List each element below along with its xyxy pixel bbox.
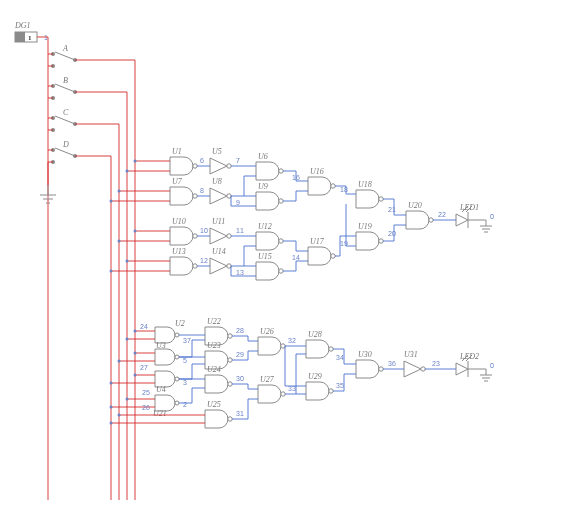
svg-point-21 <box>193 164 197 168</box>
gate-U13: U13 <box>170 247 197 275</box>
svg-text:26: 26 <box>142 404 150 411</box>
svg-text:14: 14 <box>292 254 300 261</box>
led1: LED1 <box>456 203 479 228</box>
svg-point-112 <box>329 347 333 351</box>
gate-U16: U16 <box>308 167 335 195</box>
gate-U27: U27 <box>258 375 285 403</box>
gate-U19: U19 <box>356 222 383 250</box>
svg-text:U26: U26 <box>260 327 274 336</box>
svg-point-56 <box>331 254 335 258</box>
svg-point-65 <box>429 218 433 222</box>
svg-text:27: 27 <box>140 364 148 371</box>
svg-point-80 <box>175 333 179 337</box>
gate-U11: U11 <box>210 217 231 244</box>
svg-point-44 <box>227 264 231 268</box>
svg-point-90 <box>175 401 179 405</box>
bus-A <box>75 60 135 500</box>
gate-U20: U20 <box>406 201 433 229</box>
svg-point-42 <box>193 264 197 268</box>
svg-text:0: 0 <box>490 362 494 369</box>
svg-text:10: 10 <box>200 227 208 234</box>
junction-dots <box>110 160 137 425</box>
svg-point-28 <box>227 194 231 198</box>
svg-point-151 <box>110 406 113 409</box>
gate-U17: U17 <box>308 237 335 265</box>
svg-text:U3: U3 <box>156 341 166 350</box>
svg-text:22: 22 <box>438 211 446 218</box>
svg-point-137 <box>126 170 129 173</box>
svg-point-104 <box>281 344 285 348</box>
svg-point-95 <box>228 334 232 338</box>
svg-text:13: 13 <box>236 269 244 276</box>
gate-U24: U24 <box>205 365 232 393</box>
svg-point-83 <box>175 355 179 359</box>
input-label-C: C <box>63 108 69 117</box>
svg-text:U27: U27 <box>260 375 275 384</box>
svg-text:U24: U24 <box>207 365 221 374</box>
svg-point-139 <box>110 200 113 203</box>
svg-rect-1 <box>15 32 25 42</box>
svg-point-59 <box>379 197 383 201</box>
svg-text:U25: U25 <box>207 400 221 409</box>
svg-text:U7: U7 <box>172 177 183 186</box>
svg-text:20: 20 <box>388 230 396 237</box>
svg-text:U13: U13 <box>172 247 186 256</box>
svg-point-152 <box>118 414 121 417</box>
gate-U12: U12 <box>256 222 283 250</box>
svg-text:5: 5 <box>183 357 187 364</box>
svg-text:19: 19 <box>340 240 348 247</box>
svg-text:12: 12 <box>200 257 208 264</box>
svg-text:32: 32 <box>288 337 296 344</box>
gate-U7: U7 <box>170 177 197 205</box>
svg-point-99 <box>228 382 232 386</box>
svg-text:U2: U2 <box>175 319 185 328</box>
svg-text:2: 2 <box>183 401 187 408</box>
switch-A[interactable]: A <box>51 44 77 68</box>
svg-text:U12: U12 <box>258 222 272 231</box>
svg-point-153 <box>110 422 113 425</box>
gate-U1: U1 <box>170 147 197 175</box>
svg-point-86 <box>175 377 179 381</box>
svg-text:U28: U28 <box>308 330 322 339</box>
svg-point-50 <box>279 269 283 273</box>
svg-text:U10: U10 <box>172 217 186 226</box>
svg-line-9 <box>55 84 75 92</box>
svg-text:23: 23 <box>432 360 440 367</box>
gate-U14: U14 <box>210 247 231 274</box>
svg-point-106 <box>281 392 285 396</box>
svg-point-146 <box>134 352 137 355</box>
svg-text:U15: U15 <box>258 252 272 261</box>
svg-point-101 <box>228 417 232 421</box>
svg-text:U11: U11 <box>212 217 225 226</box>
svg-text:U6: U6 <box>258 152 268 161</box>
switch-D[interactable]: D <box>51 140 77 164</box>
svg-point-114 <box>329 389 333 393</box>
svg-text:U18: U18 <box>358 180 372 189</box>
svg-text:24: 24 <box>140 323 148 330</box>
switch-C[interactable]: C <box>51 108 77 132</box>
gate-U15: U15 <box>256 252 283 280</box>
svg-text:U23: U23 <box>207 341 221 350</box>
svg-text:29: 29 <box>236 351 244 358</box>
svg-text:18: 18 <box>340 186 348 193</box>
svg-point-122 <box>421 367 425 371</box>
ground-led2: 0 <box>468 362 494 381</box>
input-label-A: A <box>62 44 68 53</box>
source-value: 1 <box>28 34 32 42</box>
svg-point-47 <box>279 239 283 243</box>
input-label-D: D <box>62 140 69 149</box>
svg-point-142 <box>126 260 129 263</box>
svg-text:U29: U29 <box>308 372 322 381</box>
gate-U8: U8 <box>210 177 231 204</box>
svg-text:U31: U31 <box>404 350 418 359</box>
svg-text:33: 33 <box>288 385 296 392</box>
svg-point-97 <box>228 358 232 362</box>
gate-U29: U29 <box>306 372 333 400</box>
svg-text:7: 7 <box>236 157 240 164</box>
svg-text:6: 6 <box>200 157 204 164</box>
switch-B[interactable]: B <box>51 76 77 100</box>
svg-point-141 <box>118 240 121 243</box>
svg-text:31: 31 <box>236 410 244 417</box>
svg-line-5 <box>55 52 75 60</box>
gate-U9: U9 <box>256 182 283 210</box>
